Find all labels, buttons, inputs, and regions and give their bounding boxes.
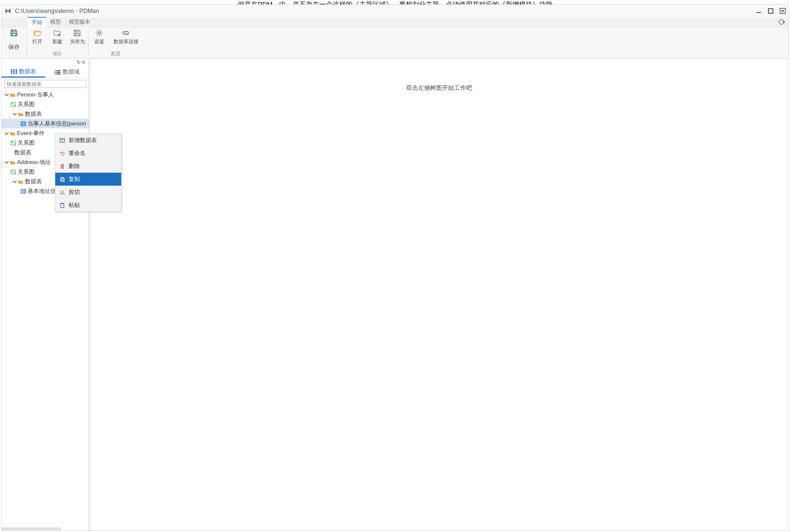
svg-rect-29 (12, 142, 13, 143)
table-icon (20, 188, 26, 194)
context-delete[interactable]: 删除 (55, 160, 121, 173)
diagram-icon (10, 101, 16, 108)
context-copy[interactable]: 复制 (55, 173, 121, 186)
svg-rect-14 (55, 70, 56, 71)
maximize-button[interactable] (768, 8, 774, 14)
save-as-button[interactable]: 另存为 (69, 28, 86, 45)
app-logo-icon (4, 7, 12, 15)
link-icon (122, 28, 130, 37)
toolbar-group-config-label: 配置 (111, 51, 121, 58)
tree-label: 关系图 (18, 168, 35, 176)
db-connect-label: 数据库连接 (113, 39, 139, 45)
save-label: 保存 (8, 43, 20, 51)
svg-rect-18 (55, 74, 56, 75)
tree-label: 数据表 (25, 110, 42, 118)
context-label: 删除 (69, 163, 80, 170)
table-icon (20, 121, 26, 127)
svg-point-46 (60, 193, 61, 194)
toolbar-group-config: 设置 数据库连接 配置 (88, 27, 144, 58)
svg-rect-6 (13, 69, 15, 71)
app-window: C:\Users\wangs\demo - PDMan 开始 模型 模型版本 保… (1, 4, 789, 531)
clipboard-icon (59, 202, 65, 208)
scissors-icon (59, 189, 65, 195)
settings-label: 设置 (94, 39, 104, 45)
svg-rect-31 (11, 170, 16, 174)
context-new-table[interactable]: 新增数据表 (55, 134, 121, 147)
svg-rect-32 (12, 171, 13, 172)
context-label: 复制 (69, 175, 80, 183)
save-button[interactable]: 保存 (4, 27, 24, 51)
folder-open-icon (33, 28, 42, 37)
window-title: C:\Users\wangs\demo - PDMan (15, 8, 756, 15)
svg-rect-20 (11, 102, 16, 107)
toolbar-group-project: 打开 新建 另存为 项目 (26, 27, 88, 58)
toolbar-group-project-label: 项目 (53, 51, 62, 58)
new-button[interactable]: 新建 (49, 28, 66, 45)
open-label: 打开 (32, 39, 42, 45)
minimize-button[interactable] (756, 8, 762, 14)
background-text: 但是在PDM…中…并不存在一个这样的《主题区域》，要想划分主题…必须使用其对应的… (0, 0, 790, 5)
tree-label: Person-当事人 (17, 91, 54, 98)
context-paste[interactable]: 粘贴 (55, 198, 121, 212)
search-input[interactable] (4, 80, 86, 88)
tree-folder-person[interactable]: Person-当事人 (2, 90, 89, 99)
toolbar: 保存 打开 新建 另存为 项目 (2, 27, 788, 59)
svg-rect-17 (56, 72, 60, 73)
svg-rect-22 (14, 105, 15, 106)
settings-button[interactable]: 设置 (91, 28, 108, 45)
tree-label: 基本地址信 (27, 187, 56, 195)
svg-rect-49 (61, 203, 63, 204)
context-rename[interactable]: 重命名 (55, 147, 121, 160)
sidebar-tab-domain[interactable]: 数据域 (45, 66, 89, 77)
context-label: 粘贴 (69, 201, 80, 209)
save-icon (10, 28, 18, 37)
svg-rect-44 (60, 177, 63, 180)
sidebar-top-icons[interactable]: ↻ K (2, 59, 89, 66)
svg-rect-11 (11, 73, 12, 74)
diagram-icon (10, 140, 16, 146)
list-icon (55, 70, 60, 74)
sidebar-tab-domain-label: 数据域 (62, 68, 79, 76)
tree-folder-person-datatable[interactable]: 数据表 (2, 109, 89, 119)
body: ↻ K 数据表 数据域 Person-当事人 (2, 59, 788, 530)
tree-item-person-base[interactable]: 当事人基本信息[person (2, 119, 89, 129)
menu-tab-model-version[interactable]: 模型版本 (65, 17, 94, 27)
window-controls (756, 8, 786, 14)
svg-rect-7 (16, 69, 17, 71)
gear-icon (95, 28, 104, 37)
grid-icon (11, 69, 17, 74)
svg-rect-34 (21, 189, 26, 193)
svg-rect-33 (14, 172, 15, 173)
chevron-down-icon (12, 112, 17, 116)
new-label: 新建 (52, 39, 62, 45)
chevron-down-icon (4, 93, 9, 97)
main-placeholder: 双击左侧树图开始工作吧 (406, 84, 472, 92)
folder-icon (18, 111, 24, 117)
svg-point-4 (98, 32, 100, 34)
save-as-icon (73, 28, 81, 37)
main-area: 双击左侧树图开始工作吧 (90, 59, 788, 530)
menu-tab-model[interactable]: 模型 (46, 17, 65, 27)
horizontal-scrollbar[interactable] (1, 527, 61, 531)
svg-rect-12 (13, 73, 15, 74)
svg-rect-19 (56, 74, 60, 75)
open-button[interactable]: 打开 (29, 28, 45, 45)
close-button[interactable] (780, 8, 786, 14)
tree-item-relationship[interactable]: 关系图 (2, 99, 89, 109)
svg-rect-21 (12, 103, 13, 104)
tree-label: 关系图 (18, 100, 35, 108)
sidebar-tab-datatable-label: 数据表 (19, 68, 36, 75)
svg-rect-8 (11, 71, 12, 72)
sidebar-tab-datatable[interactable]: 数据表 (2, 66, 45, 77)
diagram-icon (10, 169, 16, 175)
context-cut[interactable]: 剪切 (55, 186, 121, 198)
folder-icon (10, 92, 16, 98)
tree-label: 关系图 (18, 139, 35, 147)
menu-tab-start[interactable]: 开始 (27, 17, 46, 27)
folder-icon (10, 159, 16, 165)
db-connect-button[interactable]: 数据库连接 (111, 28, 141, 45)
logout-icon[interactable] (778, 19, 785, 25)
undo-icon (59, 150, 65, 156)
svg-rect-30 (14, 144, 15, 145)
context-label: 重命名 (69, 149, 86, 157)
